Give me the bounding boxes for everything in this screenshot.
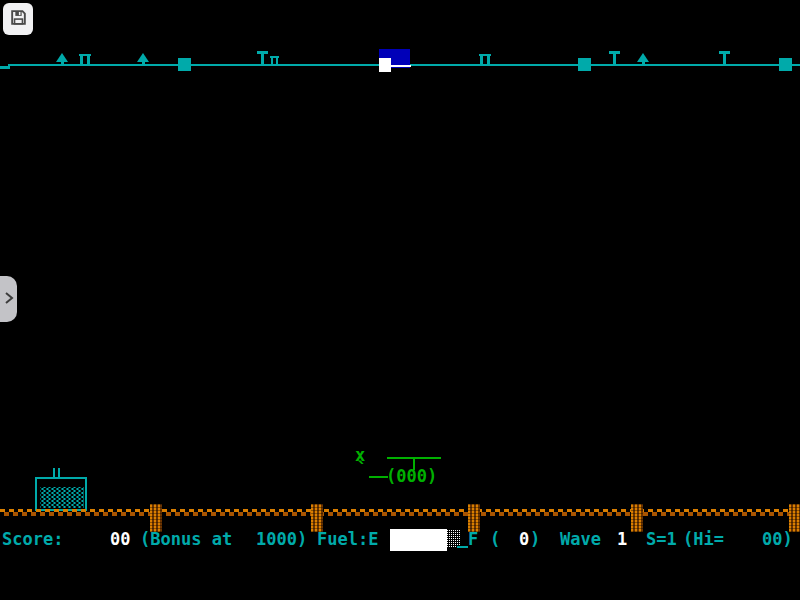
game-screen[interactable]: x ` (000) Score:00(Bonus at1000)Fuel:EF(… (0, 0, 800, 600)
wave-value: 1 (617, 529, 627, 549)
panel-toggle-button[interactable] (0, 276, 17, 322)
hiscore-value: 00) (762, 529, 793, 549)
ground-post (468, 504, 480, 532)
fuel-count-paren-close: ) (530, 529, 540, 549)
minimap-runway-line (391, 65, 411, 67)
ground-post (150, 504, 162, 532)
minimap-terrain-step (0, 66, 10, 69)
minimap-tee-icon (719, 51, 730, 65)
minimap-block-icon (578, 58, 591, 71)
minimap-pillars-small-icon (270, 56, 279, 65)
plane-tail-hook: ` (356, 461, 368, 478)
save-state-button[interactable] (3, 3, 33, 35)
minimap-tree-icon (137, 53, 150, 65)
depot-chimney-left (53, 468, 55, 477)
depot-chimney-right (58, 468, 60, 477)
ground-post (789, 504, 800, 532)
plane-wheels: (000) (386, 468, 437, 485)
hiscore-label: (Hi= (683, 529, 724, 549)
minimap-tree-icon (637, 53, 650, 65)
bonus-threshold-value: 1000) (256, 529, 307, 549)
minimap-block-icon (779, 58, 792, 71)
fuel-full-label: F (468, 529, 478, 549)
ground-post (631, 504, 643, 532)
bonus-label: (Bonus at (140, 529, 232, 549)
fuel-gauge-fill (390, 529, 447, 551)
floppy-disk-icon (9, 8, 28, 31)
minimap-block-icon (178, 58, 191, 71)
minimap-tee-icon (609, 51, 620, 65)
minimap-player-marker (379, 58, 391, 72)
fuel-gauge-underscore (457, 546, 468, 548)
fuel-empty-label: Fuel:E (317, 529, 378, 549)
ground-post (311, 504, 323, 532)
score-label: Score: (2, 529, 63, 549)
speed-label: S=1 (646, 529, 677, 549)
wave-label: Wave (560, 529, 601, 549)
score-value: 00 (110, 529, 130, 549)
ground-strip (0, 509, 800, 517)
depot-hatch-fill (40, 487, 84, 508)
chevron-right-icon (4, 290, 14, 309)
minimap-pillars-icon (479, 54, 491, 65)
fuel-count-value: 0 (519, 529, 529, 549)
minimap-pillars-icon (79, 54, 91, 65)
fuel-count-paren-open: ( (490, 529, 500, 549)
minimap-tree-icon (56, 53, 69, 65)
minimap-tee-icon (257, 51, 268, 65)
